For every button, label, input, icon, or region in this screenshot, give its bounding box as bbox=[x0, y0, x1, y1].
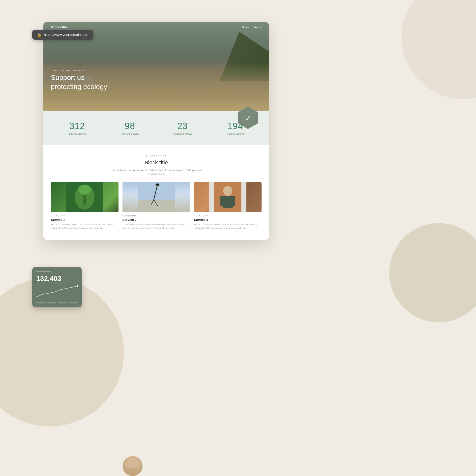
stat-label-3: Finished projects bbox=[226, 132, 245, 135]
content-section: SUPERSCRIPT Block title This is a block … bbox=[43, 145, 269, 240]
bg-decoration-mid-right bbox=[389, 223, 476, 322]
nav-dot-4 bbox=[260, 27, 262, 28]
svg-point-20 bbox=[129, 460, 136, 467]
stat-label-0: Finished projects bbox=[68, 132, 87, 135]
service-category-2: Category bbox=[122, 214, 190, 217]
section-title: Block title bbox=[51, 159, 262, 166]
nav-dots bbox=[253, 27, 262, 28]
svg-point-0 bbox=[77, 285, 78, 287]
stat-number-2: 23 bbox=[173, 121, 192, 131]
stats-widget-header-bar bbox=[36, 271, 51, 272]
service-desc-3: This is a service description. Add more … bbox=[194, 223, 262, 230]
service-name-3: Service 3 bbox=[194, 218, 262, 222]
hero-superscript: DON'T BE INDIFFERENT bbox=[51, 69, 107, 72]
service-card-image-1 bbox=[51, 182, 119, 212]
hero-title-line2: protecting ecology bbox=[51, 83, 107, 90]
stats-widget: 132,403 bbox=[32, 267, 82, 307]
svg-rect-12 bbox=[209, 182, 214, 212]
hero-title-line1: Support us bbox=[51, 74, 84, 81]
svg-rect-6 bbox=[138, 200, 175, 212]
bg-decoration-top-right bbox=[402, 0, 476, 99]
nav-dot-2 bbox=[255, 27, 257, 28]
svg-rect-15 bbox=[223, 196, 233, 208]
nav-dot-1 bbox=[253, 27, 254, 28]
section-desc-line2: custom content bbox=[148, 173, 165, 176]
svg-point-14 bbox=[223, 186, 232, 196]
svg-point-19 bbox=[127, 467, 139, 476]
avatar-face bbox=[123, 456, 143, 476]
service-desc-1: This is a service description. Add more … bbox=[51, 223, 119, 230]
stats-widget-bottom-bars bbox=[36, 302, 78, 303]
stat-label-2: Finished projects bbox=[173, 132, 192, 135]
svg-point-8 bbox=[155, 183, 159, 186]
nav-home[interactable]: Home bbox=[242, 26, 249, 29]
stat-label-1: Finished projects bbox=[120, 132, 139, 135]
section-desc-line1: This is a block description. To edit, cl… bbox=[110, 169, 202, 172]
service-card-image-3 bbox=[194, 182, 262, 212]
bottom-avatar bbox=[123, 456, 143, 476]
section-description: This is a block description. To edit, cl… bbox=[51, 168, 262, 176]
stat-item-1: 98 Finished projects bbox=[120, 121, 139, 135]
stat-number-1: 98 bbox=[120, 121, 139, 131]
service-name-1: Service 1 bbox=[51, 218, 119, 222]
svg-rect-17 bbox=[232, 196, 235, 206]
service-cards: Category Service 1 This is a service des… bbox=[51, 182, 262, 230]
browser-mockup: Knoxville Home DON'T BE INDIFFERENT Supp… bbox=[43, 22, 269, 240]
service-category-3: Category bbox=[194, 214, 262, 217]
hero-content: DON'T BE INDIFFERENT Support us protecti… bbox=[51, 69, 107, 91]
service-desc-2: This is a service description. Add more … bbox=[122, 223, 190, 230]
site-nav-links: Home bbox=[242, 26, 262, 29]
lock-icon: 🔒 bbox=[37, 33, 41, 37]
service-card-1: Category Service 1 This is a service des… bbox=[51, 182, 119, 230]
stats-section: 312 Finished projects 98 Finished projec… bbox=[43, 111, 269, 145]
svg-rect-13 bbox=[241, 182, 246, 212]
address-bar[interactable]: 🔒 https://www.yourdomain.com bbox=[32, 30, 93, 40]
url-text: https://www.yourdomain.com bbox=[44, 33, 88, 37]
service-category-1: Category bbox=[51, 214, 119, 217]
stats-widget-chart bbox=[36, 285, 78, 299]
nav-dot-3 bbox=[258, 27, 259, 28]
stats-widget-number: 132,403 bbox=[36, 275, 78, 283]
site-logo: Knoxville bbox=[51, 25, 67, 29]
service-card-2: Category Service 2 This is a service des… bbox=[122, 182, 190, 230]
stat-item-2: 23 Finished projects bbox=[173, 121, 192, 135]
svg-rect-16 bbox=[220, 196, 223, 206]
hero-title: Support us protecting ecology bbox=[51, 73, 107, 91]
checkmark-icon: ✓ bbox=[245, 114, 251, 122]
service-name-2: Service 2 bbox=[122, 218, 190, 222]
section-superscript: SUPERSCRIPT bbox=[51, 155, 262, 157]
service-card-image-2 bbox=[122, 182, 190, 212]
svg-point-4 bbox=[78, 185, 91, 195]
stat-number-0: 312 bbox=[68, 121, 87, 131]
service-card-3: Category Service 3 This is a service des… bbox=[194, 182, 262, 230]
stat-item-0: 312 Finished projects bbox=[68, 121, 87, 135]
